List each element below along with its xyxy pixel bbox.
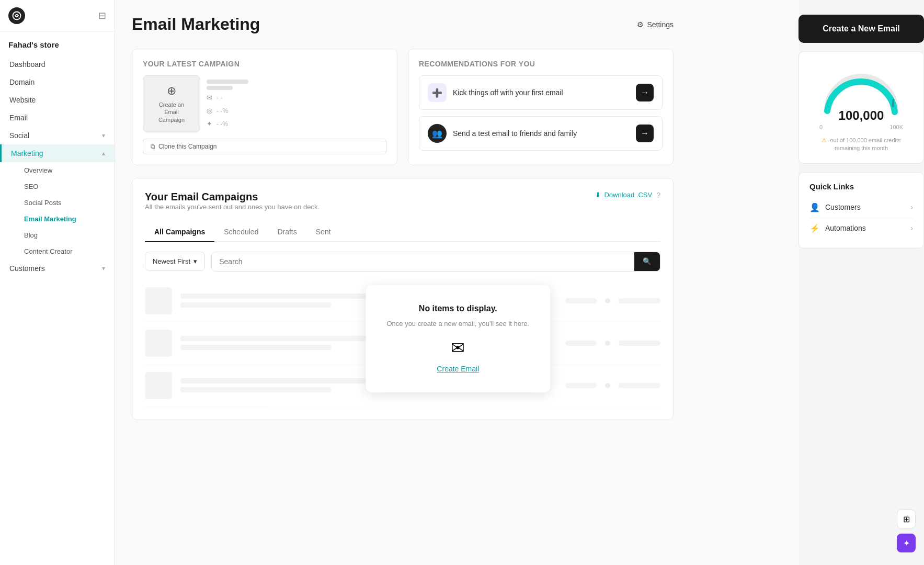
rec-text-2: Send a test email to friends and family: [453, 129, 577, 138]
search-icon: 🔍: [643, 257, 652, 265]
recommendations-card: Recommendations for You ➕ Kick things of…: [408, 49, 674, 165]
sidebar-item-website[interactable]: Website: [0, 91, 115, 109]
campaigns-header: Your Email Campaigns All the emails you'…: [145, 191, 660, 220]
empty-state-title: No items to display.: [386, 304, 529, 313]
sidebar-item-label: Customers: [9, 264, 45, 273]
layout-icon[interactable]: ⊞: [897, 510, 916, 528]
settings-button[interactable]: ⚙ Settings: [637, 20, 674, 29]
gauge-chart: [819, 66, 903, 114]
sidebar-item-email[interactable]: Email: [0, 109, 115, 127]
top-row: Your Latest Campaign ⊕ Create anEmailCam…: [132, 49, 674, 165]
stat-row-3: ✦ - -%: [207, 118, 386, 129]
page-title: Email Marketing: [132, 15, 260, 34]
sidebar-item-content-creator[interactable]: Content Creator: [15, 243, 115, 259]
row-thumbnail: [145, 287, 172, 314]
download-csv-button[interactable]: ⬇ Download .CSV: [595, 191, 652, 199]
sidebar-item-label: Dashboard: [9, 60, 45, 69]
stat-val-1: - -: [216, 94, 222, 101]
sidebar-item-marketing[interactable]: Marketing ▴: [0, 144, 115, 162]
campaigns-subtitle: All the emails you've sent out and ones …: [145, 203, 320, 211]
sidebar-item-overview[interactable]: Overview: [15, 162, 115, 178]
chevron-right-icon: ›: [910, 203, 913, 211]
sidebar-item-label: Website: [9, 96, 36, 104]
sidebar-item-seo[interactable]: SEO: [15, 178, 115, 195]
campaigns-header-right: ⬇ Download .CSV ?: [595, 191, 660, 199]
page-header: Email Marketing ⚙ Settings: [132, 15, 674, 34]
sidebar-item-blog[interactable]: Blog: [15, 227, 115, 243]
copy-icon: ⧉: [151, 143, 155, 150]
tab-scheduled[interactable]: Scheduled: [214, 222, 268, 242]
stat-bar-2: [207, 86, 386, 90]
table-rows: No items to display. Once you create a n…: [145, 280, 660, 407]
campaigns-tabs: All Campaigns Scheduled Drafts Sent: [145, 222, 660, 242]
app-logo[interactable]: [8, 7, 25, 24]
download-icon: ⬇: [595, 191, 601, 199]
rec-arrow-1[interactable]: →: [636, 84, 654, 101]
row-right: [565, 341, 660, 346]
help-icon[interactable]: ?: [656, 191, 660, 199]
credits-value: 100,000: [839, 108, 884, 123]
search-wrap: 🔍: [211, 252, 660, 272]
row-thumbnail: [145, 330, 172, 357]
click-stat-icon: ✦: [207, 120, 212, 128]
sidebar-item-social[interactable]: Social ▾: [0, 127, 115, 144]
gauge-min: 0: [819, 124, 823, 130]
tab-sent[interactable]: Sent: [306, 222, 340, 242]
rec-item-2[interactable]: 👥 Send a test email to friends and famil…: [419, 116, 663, 151]
ai-assistant-icon[interactable]: ✦: [897, 534, 916, 552]
empty-state-popup: No items to display. Once you create a n…: [366, 285, 550, 393]
latest-campaign-title: Your Latest Campaign: [143, 60, 386, 68]
quick-link-automations[interactable]: ⚡ Automations ›: [809, 218, 913, 239]
rec-icon-2: 👥: [428, 124, 447, 143]
clone-campaign-button[interactable]: ⧉ Clone this Campaign: [143, 139, 386, 154]
search-input[interactable]: [212, 252, 634, 271]
sort-select[interactable]: Newest First ▾: [145, 252, 205, 271]
sidebar-top: ⊟: [0, 0, 115, 32]
quick-links-card: Quick Links 👤 Customers › ⚡ Automations …: [798, 172, 924, 248]
sidebar-item-email-marketing[interactable]: Email Marketing: [15, 211, 115, 227]
sidebar-item-dashboard[interactable]: Dashboard: [0, 55, 115, 73]
campaigns-title: Your Email Campaigns: [145, 191, 320, 203]
gauge-labels: 0 100K: [819, 124, 903, 130]
chevron-up-icon: ▴: [102, 150, 105, 157]
campaigns-section: Your Email Campaigns All the emails you'…: [132, 178, 674, 420]
quick-link-left: 👤 Customers: [809, 202, 861, 212]
svg-point-0: [13, 12, 21, 20]
sidebar-collapse-btn[interactable]: ⊟: [98, 10, 106, 21]
main-content: Email Marketing ⚙ Settings Your Latest C…: [115, 0, 798, 565]
open-stat-icon: ◎: [207, 107, 212, 115]
campaign-preview: ⊕ Create anEmailCampaign: [143, 75, 200, 132]
marketing-sub-nav: Overview SEO Social Posts Email Marketin…: [0, 162, 115, 259]
sidebar-item-label: Email: [9, 114, 28, 122]
sidebar-item-label: Domain: [9, 78, 35, 86]
automations-icon: ⚡: [809, 223, 820, 233]
campaign-preview-text: Create anEmailCampaign: [158, 101, 185, 123]
chevron-right-icon: ›: [910, 224, 913, 232]
campaign-inner: ⊕ Create anEmailCampaign ✉ - -: [143, 75, 386, 132]
stat-bar-fill: [207, 80, 248, 84]
quick-link-customers[interactable]: 👤 Customers ›: [809, 197, 913, 218]
sidebar-item-social-posts[interactable]: Social Posts: [15, 195, 115, 211]
right-panel: Create a New Email 100,000 0 100K ⚠ out …: [798, 0, 924, 565]
search-button[interactable]: 🔍: [634, 252, 660, 271]
sidebar-item-domain[interactable]: Domain: [0, 73, 115, 91]
bottom-right-icons: ⊞ ✦: [897, 510, 916, 552]
stat-val-3: - -%: [216, 120, 228, 128]
rec-icon-1: ➕: [428, 83, 447, 102]
empty-state-subtitle: Once you create a new email, you'll see …: [386, 319, 529, 329]
sidebar-item-customers[interactable]: Customers ▾: [0, 259, 115, 277]
create-new-email-button[interactable]: Create a New Email: [798, 15, 924, 43]
rec-item-1[interactable]: ➕ Kick things off with your first email …: [419, 75, 663, 110]
stat-bar-fill: [207, 86, 233, 90]
tab-drafts[interactable]: Drafts: [268, 222, 306, 242]
stat-row-1: ✉ - -: [207, 92, 386, 103]
campaigns-header-left: Your Email Campaigns All the emails you'…: [145, 191, 320, 220]
quick-link-left: ⚡ Automations: [809, 223, 866, 233]
campaign-stats: ✉ - - ◎ - -% ✦ - -%: [207, 75, 386, 132]
rec-arrow-2[interactable]: →: [636, 125, 654, 142]
recommendations-title: Recommendations for You: [419, 60, 663, 68]
create-email-link[interactable]: Create Email: [437, 365, 479, 373]
tab-all-campaigns[interactable]: All Campaigns: [145, 222, 214, 242]
stat-row-2: ◎ - -%: [207, 105, 386, 116]
plus-circle-icon: ⊕: [167, 84, 176, 98]
